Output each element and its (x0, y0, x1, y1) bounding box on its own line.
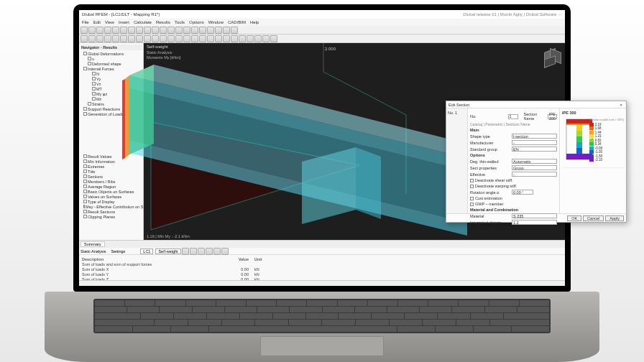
checkbox-icon[interactable] (470, 197, 474, 200)
nav-node[interactable]: Members / Ribs (80, 179, 142, 184)
toolbar-icon[interactable] (182, 248, 189, 255)
menu-edit[interactable]: Edit (93, 20, 101, 24)
toolbar-icon[interactable] (167, 35, 175, 42)
nav-node[interactable]: Vy (80, 76, 142, 81)
menu-file[interactable]: File (82, 20, 89, 24)
nav-node[interactable]: Title (80, 169, 142, 174)
checkbox-icon[interactable] (92, 87, 96, 90)
checkbox-icon[interactable] (83, 205, 85, 208)
checkbox-icon[interactable] (88, 57, 91, 60)
toolbar-icon[interactable] (215, 35, 222, 42)
checkbox-icon[interactable] (83, 112, 87, 116)
toolbar-icon[interactable] (247, 35, 254, 42)
toolbar-icon[interactable] (136, 27, 143, 34)
toolbar-icon[interactable] (120, 27, 127, 34)
nav-node[interactable]: May - Effective Contribution on Surf. (80, 204, 142, 209)
toolbar-icon[interactable] (80, 27, 88, 34)
nav-node[interactable]: N (80, 71, 142, 76)
menu-options[interactable]: Options (189, 20, 204, 24)
toolbar-icon[interactable] (183, 27, 190, 34)
toolbar-icon[interactable] (191, 27, 198, 34)
nav-node[interactable]: Values on Surfaces (80, 194, 142, 199)
toolbar-icon[interactable] (175, 27, 183, 34)
checkbox-icon[interactable] (83, 159, 87, 163)
checkbox-icon[interactable] (83, 67, 87, 70)
toolbar-icon[interactable] (96, 27, 104, 34)
nav-node[interactable]: Type of Display (80, 199, 142, 204)
nav-node[interactable]: Generation of Loads (80, 111, 142, 116)
toolbar-icon[interactable] (207, 35, 214, 42)
toolbar-icon[interactable] (231, 35, 238, 42)
nav-node[interactable]: Result Sections (80, 209, 142, 214)
toolbar-icon[interactable] (221, 248, 229, 255)
toolbar-icon[interactable] (223, 27, 230, 34)
combo-input[interactable]: - (512, 172, 557, 177)
menu-help[interactable]: Help (250, 20, 259, 24)
name-input[interactable]: IPE 300 (548, 114, 557, 119)
checkbox-icon[interactable] (92, 82, 96, 85)
view-cube[interactable] (539, 47, 561, 69)
toolbar-icon[interactable] (199, 27, 206, 34)
checkbox-icon[interactable] (83, 164, 87, 168)
cancel-button[interactable]: Cancel (583, 215, 604, 221)
checkbox-icon[interactable] (83, 215, 87, 218)
toolbar-icon[interactable] (152, 35, 159, 42)
checkbox-icon[interactable] (83, 180, 87, 183)
combo-input[interactable]: EN (512, 147, 557, 152)
nav-node[interactable]: My φz (80, 91, 142, 96)
checkbox-icon[interactable] (470, 203, 474, 206)
toolbar-icon[interactable] (262, 35, 270, 42)
table-row[interactable]: Sum of loads Y0.00kN (82, 272, 562, 277)
nav-node[interactable]: Sections (80, 174, 142, 179)
toolbar-icon[interactable] (175, 35, 183, 42)
toolbar-icon[interactable] (207, 27, 214, 34)
toolbar-icon[interactable] (128, 27, 135, 34)
menu-calculate[interactable]: Calculate (134, 20, 152, 24)
checkbox-icon[interactable] (92, 97, 96, 101)
combo-input[interactable]: - (512, 140, 557, 145)
checkbox-icon[interactable] (83, 107, 87, 111)
checkbox-icon[interactable] (83, 175, 87, 178)
checkbox-icon[interactable] (92, 92, 96, 96)
number-input[interactable]: 1 (508, 114, 518, 119)
nav-node[interactable]: u (80, 56, 142, 61)
toolbar-icon[interactable] (213, 248, 221, 255)
combo-input[interactable]: I-section (512, 134, 557, 139)
nav-node[interactable]: Extremes (80, 164, 142, 169)
toolbar-icon[interactable] (144, 35, 151, 42)
checkbox-icon[interactable] (92, 72, 96, 75)
checkbox-icon[interactable] (83, 210, 87, 213)
nav-node[interactable]: Vz (80, 81, 142, 86)
toolbar-icon[interactable] (167, 27, 175, 34)
toolbar-icon[interactable] (152, 27, 159, 34)
checkbox-icon[interactable] (470, 185, 474, 188)
nav-node[interactable]: Internal Forces (80, 66, 142, 71)
checkbox-icon[interactable] (83, 190, 87, 193)
toolbar-icon[interactable] (215, 27, 222, 34)
nav-node[interactable]: Average Region (80, 184, 142, 189)
nav-node[interactable]: Result Values (80, 154, 142, 159)
checkbox-icon[interactable] (83, 200, 87, 203)
toolbar-icon[interactable] (112, 27, 119, 34)
checkbox-icon[interactable] (83, 154, 87, 158)
menu-view[interactable]: View (105, 20, 114, 24)
list-item[interactable]: No. 1 (448, 110, 466, 116)
toolbar-icon[interactable] (88, 27, 96, 34)
catalog-tabs[interactable]: Catalog | Parametric | Sections Name (470, 122, 557, 126)
toolbar-icon[interactable] (160, 27, 167, 34)
toolbar-icon[interactable] (231, 27, 238, 34)
nav-node[interactable]: Clipping Planes (80, 214, 142, 219)
checkbox-icon[interactable] (83, 185, 87, 188)
checkbox-icon[interactable] (83, 195, 87, 198)
checkbox-icon[interactable] (470, 179, 474, 182)
combo-input[interactable]: S 235 (512, 213, 557, 218)
case-combo[interactable]: Self-weight (155, 249, 180, 254)
nav-node[interactable]: Strains (80, 101, 142, 106)
apply-button[interactable]: Apply (605, 215, 624, 221)
toolbar-icon[interactable] (104, 35, 111, 42)
menu-results[interactable]: Results (156, 20, 170, 24)
nav-node[interactable]: Basic Objects on Surfaces (80, 189, 142, 194)
nav-node[interactable]: MT (80, 86, 142, 91)
nav-node[interactable]: Min Information (80, 159, 142, 164)
table-row[interactable]: Sum of loads and sum of support forces (82, 261, 562, 266)
